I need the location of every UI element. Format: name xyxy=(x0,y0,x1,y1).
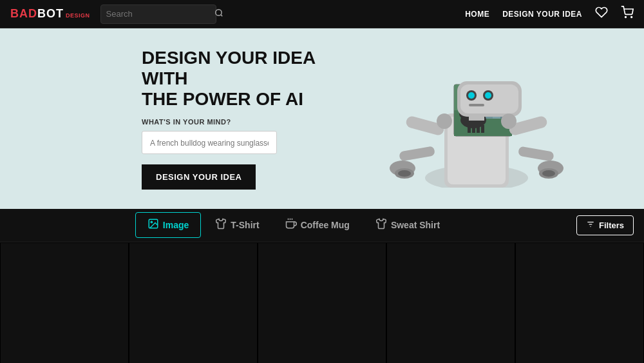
design-your-idea-button[interactable]: DESIGN YOUR IDEA xyxy=(142,164,256,190)
svg-rect-34 xyxy=(518,146,554,162)
filter-tabs: Image T-Shirt Coffee Mug xyxy=(10,212,576,238)
grid-cell-2[interactable] xyxy=(129,242,258,363)
svg-rect-27 xyxy=(469,115,484,121)
svg-point-2 xyxy=(625,17,627,18)
robot-illustration xyxy=(309,49,644,188)
hero-robot-image xyxy=(309,28,644,209)
filter-bar: Image T-Shirt Coffee Mug xyxy=(0,209,644,242)
svg-point-3 xyxy=(631,17,632,18)
filters-button-label: Filters xyxy=(599,221,624,230)
sweat-shirt-tab-icon xyxy=(375,218,387,232)
wishlist-icon[interactable] xyxy=(595,6,608,22)
tab-sweat-shirt-label: Sweat Shirt xyxy=(391,220,440,230)
hero-subtitle: WHAT'S IN YOUR MIND? xyxy=(142,118,348,126)
cart-icon[interactable] xyxy=(621,6,634,22)
logo-bad: BAD xyxy=(10,7,37,21)
svg-line-1 xyxy=(220,15,222,17)
grid-cell-4[interactable] xyxy=(386,242,515,363)
tab-image[interactable]: Image xyxy=(135,212,201,238)
filters-icon xyxy=(586,220,595,231)
tab-sweat-shirt[interactable]: Sweat Shirt xyxy=(364,213,451,237)
robot-svg xyxy=(309,49,644,188)
svg-point-38 xyxy=(437,113,452,129)
nav-home[interactable]: HOME xyxy=(465,10,489,19)
idea-input-container[interactable] xyxy=(142,131,277,154)
grid-cell-5[interactable] xyxy=(515,242,644,363)
svg-point-32 xyxy=(398,170,411,177)
tab-coffee-mug-label: Coffee Mug xyxy=(301,220,350,230)
svg-rect-26 xyxy=(469,104,484,106)
hero-title: DESIGN YOUR IDEA WITH THE POWER OF AI xyxy=(142,48,348,110)
tab-tshirt-label: T-Shirt xyxy=(231,220,259,230)
svg-rect-18 xyxy=(477,125,480,133)
svg-point-41 xyxy=(151,221,152,222)
logo-bot: BOT xyxy=(37,7,64,21)
svg-rect-17 xyxy=(472,125,475,133)
search-input[interactable] xyxy=(106,9,214,19)
svg-point-25 xyxy=(485,92,491,99)
svg-point-0 xyxy=(215,10,221,15)
image-tab-icon xyxy=(147,218,159,232)
filters-button[interactable]: Filters xyxy=(576,215,634,235)
header: BAD BOT DESIGN HOME DESIGN YOUR IDEA xyxy=(0,0,644,28)
grid-cell-1[interactable] xyxy=(0,242,129,363)
svg-rect-16 xyxy=(468,125,471,133)
logo-design-text: DESIGN xyxy=(66,13,90,19)
svg-point-24 xyxy=(468,92,475,99)
svg-rect-29 xyxy=(399,146,435,162)
tab-coffee-mug[interactable]: Coffee Mug xyxy=(274,213,361,237)
search-icon xyxy=(214,8,223,19)
hero-content: DESIGN YOUR IDEA WITH THE POWER OF AI WH… xyxy=(142,48,348,190)
tab-tshirt[interactable]: T-Shirt xyxy=(204,213,270,237)
svg-point-37 xyxy=(542,170,555,177)
coffee-mug-tab-icon xyxy=(285,218,297,232)
logo[interactable]: BAD BOT DESIGN xyxy=(10,7,90,21)
tshirt-tab-icon xyxy=(215,218,227,232)
nav-links: HOME DESIGN YOUR IDEA xyxy=(465,6,634,22)
image-grid xyxy=(0,242,644,363)
svg-point-39 xyxy=(501,113,516,129)
search-container[interactable] xyxy=(100,5,216,24)
grid-cell-3[interactable] xyxy=(258,242,386,363)
idea-input[interactable] xyxy=(150,139,269,148)
tab-image-label: Image xyxy=(163,220,189,230)
svg-rect-19 xyxy=(481,125,484,133)
hero-section: DESIGN YOUR IDEA WITH THE POWER OF AI WH… xyxy=(0,28,644,209)
nav-design-your-idea[interactable]: DESIGN YOUR IDEA xyxy=(502,10,582,19)
